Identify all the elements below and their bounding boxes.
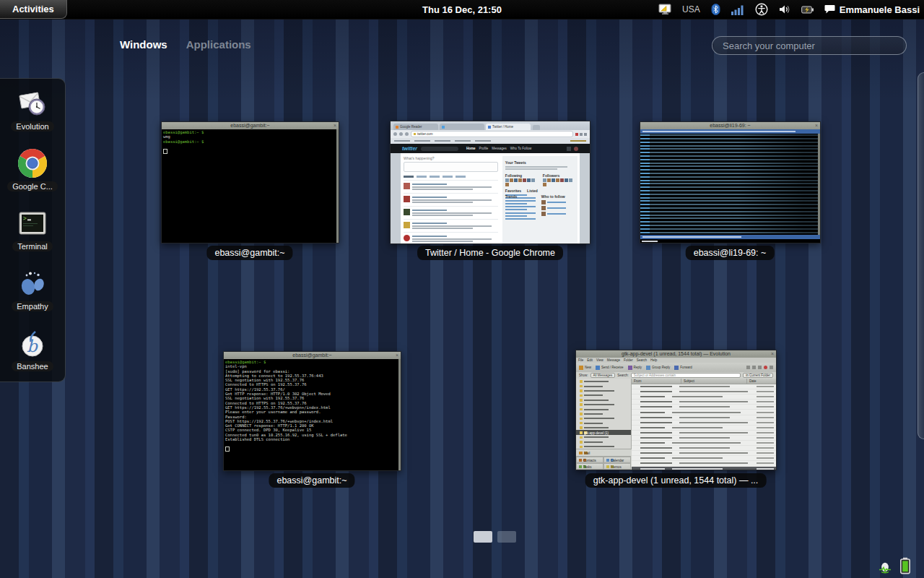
message-row[interactable] (632, 394, 776, 400)
tweet-row[interactable] (404, 180, 498, 193)
show-dropdown[interactable]: All Messages (590, 373, 616, 379)
scrollbar[interactable] (398, 359, 401, 470)
window-chrome-twitter[interactable]: Google Reader Twitter / Home twitter.com (390, 121, 590, 244)
contacts-button[interactable]: Contacts (576, 457, 603, 463)
message-row[interactable] (632, 400, 776, 405)
message-row[interactable] (632, 461, 776, 466)
avatar (404, 183, 410, 189)
network-signal-icon[interactable] (731, 4, 745, 15)
chrome-tab[interactable] (440, 124, 484, 130)
reload-button[interactable] (405, 132, 409, 136)
reply-button[interactable]: Reply (628, 366, 642, 370)
message-row[interactable] (632, 410, 776, 415)
url-bar[interactable]: twitter.com (411, 131, 573, 137)
tweet-row[interactable] (404, 232, 498, 245)
browser-action-icons[interactable] (575, 133, 587, 136)
close-icon[interactable]: × (396, 352, 398, 359)
following-heading[interactable]: Following (505, 173, 537, 178)
close-icon[interactable]: × (334, 122, 336, 129)
battery-charging-icon[interactable] (801, 5, 814, 14)
forward-button[interactable]: Forward (674, 366, 692, 370)
message-row[interactable] (632, 384, 776, 389)
back-button[interactable] (393, 132, 397, 136)
tab-windows[interactable]: Windows (120, 38, 167, 51)
activities-button[interactable]: Activities (0, 0, 67, 19)
window-terminal-gambit-2[interactable]: ebassi@gambit:~ × ebassi@gambit:~ $intel… (223, 351, 401, 471)
workspace-2[interactable] (497, 531, 516, 543)
chrome-tab-active[interactable]: Twitter / Home (486, 124, 531, 130)
dash-item-terminal[interactable]: > Terminal (12, 208, 53, 251)
twitter-nav[interactable]: HomeProfileMessagesWho To Follow (466, 147, 531, 150)
followers-heading[interactable]: Followers (543, 173, 575, 178)
tweet-row[interactable] (404, 219, 498, 232)
memos-button[interactable]: Memos (603, 463, 631, 470)
message-row[interactable] (632, 446, 776, 451)
message-row[interactable] (632, 431, 776, 436)
group-reply-button[interactable]: Group Reply (646, 366, 670, 370)
timeline-tabs[interactable] (404, 176, 498, 178)
user-menu[interactable]: Emmanuele Bassi (824, 4, 920, 15)
tweet-row[interactable] (404, 206, 498, 219)
message-row[interactable] (632, 436, 776, 441)
search-input[interactable] (712, 36, 907, 55)
twitter-header-icons[interactable] (567, 147, 578, 151)
scrollbar[interactable] (336, 129, 339, 243)
tasks-button[interactable]: Tasks (576, 463, 603, 470)
accessibility-icon[interactable] (755, 3, 768, 16)
keyboard-layout-label[interactable]: USA (682, 4, 700, 14)
clock[interactable]: Thu 16 Dec, 21:50 (422, 0, 502, 19)
folder-row-selected[interactable]: gtk-app-devel (1) (576, 430, 631, 435)
workspace-switcher-edge[interactable] (918, 72, 924, 439)
menu-bar[interactable]: FileEditViewMessageFolderSearchHelp (576, 358, 776, 363)
window-terminal-gambit-1[interactable]: ebassi@gambit:~ × ebassi@gambit:~ $wmgeb… (161, 121, 339, 243)
follow-suggestions[interactable] (541, 200, 566, 216)
close-icon[interactable]: × (815, 122, 818, 129)
twitter-logo[interactable]: twitter (402, 146, 417, 151)
message-row[interactable] (632, 405, 776, 410)
tab-applications[interactable]: Applications (186, 38, 251, 51)
your-tweets-heading[interactable]: Your Tweets (505, 160, 575, 165)
scope-dropdown[interactable]: in Current Folder (743, 373, 773, 379)
close-icon[interactable]: × (771, 350, 774, 358)
window-title: ebassi@li19-69: ~ (640, 122, 820, 129)
dash-item-google-chrome[interactable]: Google C... (7, 148, 58, 191)
gnome-activities-overview: Activities Thu 16 Dec, 21:50 USA (0, 0, 924, 578)
message-row[interactable] (632, 451, 776, 456)
message-row[interactable] (632, 441, 776, 446)
dash-item-banshee[interactable]: b Banshee (12, 328, 53, 371)
send-receive-button[interactable]: Send / Receive (596, 366, 624, 370)
message-row[interactable] (632, 426, 776, 431)
new-tab-button[interactable] (533, 125, 540, 130)
bookmarks-bar[interactable] (391, 138, 590, 144)
message-row[interactable] (632, 389, 776, 394)
mail-button[interactable]: Mail (576, 449, 631, 457)
dash-item-evolution[interactable]: Evolution (11, 88, 53, 131)
overview-tabs: Windows Applications (120, 38, 251, 51)
system-monitor-tray-icon[interactable] (879, 561, 892, 574)
calendar-button[interactable]: Calendar (603, 457, 631, 463)
new-button[interactable]: New (579, 366, 591, 370)
workspace-1[interactable] (474, 531, 492, 543)
message-row[interactable] (632, 415, 776, 420)
battery-tray-icon[interactable] (898, 557, 912, 574)
window-evolution[interactable]: gtk-app-devel (1 unread, 1544 total) — E… (575, 350, 777, 470)
app-label: Empathy (12, 301, 53, 311)
tweet-row[interactable] (404, 193, 498, 206)
window-irssi[interactable]: ebassi@li19-69: ~ × (640, 121, 821, 243)
display-keyboard-icon[interactable] (658, 4, 672, 16)
volume-icon[interactable] (778, 4, 791, 15)
bluetooth-icon[interactable] (710, 4, 721, 15)
scrollbar[interactable] (818, 134, 820, 235)
column-headers[interactable]: From Subject Date (632, 379, 776, 384)
irc-input-line[interactable] (640, 239, 820, 243)
message-row[interactable] (632, 420, 776, 426)
twitter-search-box[interactable] (421, 147, 458, 151)
compose-box[interactable] (404, 162, 498, 172)
chrome-tab[interactable]: Google Reader (393, 124, 438, 130)
search-field[interactable]: Subject or Addresses contain (631, 373, 741, 379)
dash-item-empathy[interactable]: Empathy (12, 268, 53, 311)
forward-button[interactable] (399, 132, 403, 136)
message-row-selected[interactable] (632, 467, 776, 470)
message-row[interactable] (632, 456, 776, 461)
toolbar-extra-icons[interactable] (746, 366, 773, 369)
